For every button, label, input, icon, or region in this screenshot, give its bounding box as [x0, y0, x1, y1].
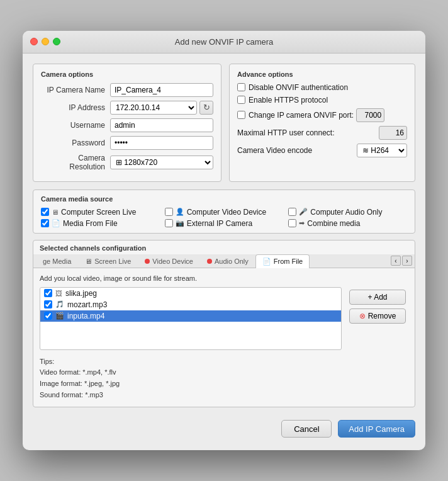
add-ip-camera-button[interactable]: Add IP Camera	[338, 420, 415, 438]
max-http-row: Maximal HTTP user connect:	[237, 126, 407, 140]
video-device-dot	[145, 259, 150, 264]
password-input[interactable]	[110, 136, 213, 150]
external-ip-item: 📷 External IP Camera	[165, 219, 284, 228]
max-http-input[interactable]	[379, 126, 407, 140]
disable-onvif-checkbox[interactable]	[237, 83, 245, 91]
tab-audio-only[interactable]: Audio Only	[200, 254, 255, 268]
remove-label: Remove	[368, 312, 396, 320]
cancel-button[interactable]: Cancel	[281, 420, 332, 438]
enable-https-row: Enable HTTPS protocol	[237, 96, 407, 105]
disable-onvif-label: Disable ONVIF authentication	[249, 83, 348, 92]
channels-title: Selected channels configuration	[33, 241, 415, 254]
combine-media-checkbox[interactable]	[288, 219, 296, 227]
password-row: Password	[41, 136, 213, 150]
file-slika-name: slika.jpeg	[65, 289, 97, 298]
ip-address-row: IP Address 172.20.10.14 ↻	[41, 101, 213, 115]
audio-only-dot	[207, 259, 212, 264]
footer-buttons: Cancel Add IP Camera	[33, 414, 415, 440]
media-from-file-checkbox[interactable]	[41, 219, 49, 227]
audio-icon: 🎤	[299, 208, 308, 216]
disable-onvif-row: Disable ONVIF authentication	[237, 83, 407, 92]
screen-icon: 🖥	[52, 208, 59, 216]
content-area: Camera options IP Camera Name IP Address…	[23, 54, 425, 450]
external-ip-checkbox[interactable]	[165, 219, 173, 227]
file-item-mozart[interactable]: 🎵 mozart.mp3	[40, 299, 341, 310]
file-item-inputa[interactable]: 🎬 inputa.mp4	[40, 310, 341, 322]
ip-camera-name-row: IP Camera Name	[41, 83, 213, 97]
file-buttons: + Add ⊗ Remove	[347, 287, 408, 354]
change-ip-onvif-row: Change IP camera ONVIF port:	[237, 108, 407, 122]
media-source-title: Camera media source	[41, 195, 407, 203]
add-file-button[interactable]: + Add	[349, 290, 406, 305]
channels-section: Selected channels configuration ge Media…	[33, 240, 415, 407]
max-http-label: Maximal HTTP user connect:	[237, 128, 379, 137]
tab-ge-media[interactable]: ge Media	[36, 254, 78, 268]
password-label: Password	[41, 139, 110, 147]
tab-video-device-label: Video Device	[152, 257, 193, 265]
tab-from-file-label: From File	[274, 257, 303, 265]
onvif-port-input[interactable]	[356, 108, 384, 122]
combine-media-item: ➡ Combine media	[288, 219, 407, 228]
file-area: 🖼 slika.jpeg 🎵 mozart.mp3 🎬 inputa.mp4	[40, 287, 408, 354]
titlebar: Add new ONVIF IP camera	[23, 31, 425, 54]
file-list[interactable]: 🖼 slika.jpeg 🎵 mozart.mp3 🎬 inputa.mp4	[40, 287, 342, 350]
file-icon: 📄	[52, 219, 60, 227]
computer-screen-item: 🖥 Computer Screen Live	[41, 208, 160, 217]
change-ip-onvif-checkbox[interactable]	[237, 111, 245, 119]
computer-screen-checkbox[interactable]	[41, 208, 49, 216]
remove-file-button[interactable]: ⊗ Remove	[349, 308, 406, 324]
computer-video-label: Computer Video Device	[187, 208, 267, 217]
resolution-row: Camera Resolution ⊞ 1280x720	[41, 154, 213, 171]
tips-sound: Sound format: *.mp3	[40, 390, 408, 401]
combine-icon: ➡	[299, 219, 305, 227]
computer-video-checkbox[interactable]	[165, 208, 173, 216]
main-window: Add new ONVIF IP camera Camera options I…	[23, 31, 425, 450]
username-input[interactable]	[110, 118, 213, 132]
tips-label: Tips:	[40, 356, 408, 368]
ip-camera-name-label: IP Camera Name	[41, 86, 110, 94]
encode-row: Camera Video encode ≋ H264	[237, 144, 407, 157]
enable-https-checkbox[interactable]	[237, 96, 245, 104]
tab-audio-only-label: Audio Only	[215, 257, 249, 265]
tab-next-button[interactable]: ›	[402, 256, 412, 266]
external-ip-label: External IP Camera	[187, 219, 253, 228]
file-inputa-name: inputa.mp4	[67, 312, 104, 320]
file-mozart-checkbox[interactable]	[44, 300, 52, 308]
computer-audio-checkbox[interactable]	[288, 208, 296, 216]
tab-screen-live-label: Screen Live	[94, 257, 131, 265]
username-row: Username	[41, 118, 213, 132]
enable-https-label: Enable HTTPS protocol	[249, 96, 328, 105]
window-title: Add new ONVIF IP camera	[175, 37, 274, 47]
tabs-bar: ge Media 🖥 Screen Live Video Device Audi…	[33, 254, 415, 268]
encode-select[interactable]: ≋ H264	[357, 144, 407, 157]
ip-camera-name-input[interactable]	[110, 83, 213, 97]
minimize-button[interactable]	[42, 38, 49, 45]
tab-video-device[interactable]: Video Device	[138, 254, 200, 268]
tab-prev-button[interactable]: ‹	[391, 256, 401, 266]
file-slika-checkbox[interactable]	[44, 289, 52, 297]
tab-screen-live[interactable]: 🖥 Screen Live	[78, 254, 138, 268]
maximize-button[interactable]	[53, 38, 60, 45]
tab-ge-media-label: ge Media	[43, 257, 71, 265]
ip-address-select[interactable]: 172.20.10.14	[110, 101, 197, 115]
close-button[interactable]	[30, 38, 38, 45]
change-ip-onvif-label: Change IP camera ONVIF port:	[249, 111, 354, 120]
advance-options-section: Advance options Disable ONVIF authentica…	[229, 64, 415, 182]
video-icon: 👤	[176, 208, 184, 216]
file-item-slika[interactable]: 🖼 slika.jpeg	[40, 288, 341, 299]
screen-live-tab-icon: 🖥	[85, 257, 92, 265]
tab-nav: ‹ ›	[391, 256, 412, 266]
media-source-checkboxes: 🖥 Computer Screen Live 👤 Computer Video …	[41, 208, 407, 228]
resolution-select[interactable]: ⊞ 1280x720	[110, 156, 213, 169]
from-file-tab-icon: 📄	[262, 257, 271, 266]
tab-from-file[interactable]: 📄 From File	[255, 254, 310, 268]
computer-screen-label: Computer Screen Live	[61, 208, 136, 217]
camera-options-title: Camera options	[41, 71, 213, 78]
computer-audio-item: 🎤 Computer Audio Only	[288, 208, 407, 217]
top-sections: Camera options IP Camera Name IP Address…	[33, 64, 415, 182]
file-inputa-checkbox[interactable]	[44, 312, 52, 320]
refresh-button[interactable]: ↻	[199, 101, 213, 115]
file-mozart-icon: 🎵	[55, 300, 64, 308]
tips-section: Tips: Video format: *.mp4, *.flv Image f…	[40, 356, 408, 400]
camera-options-section: Camera options IP Camera Name IP Address…	[33, 64, 221, 182]
